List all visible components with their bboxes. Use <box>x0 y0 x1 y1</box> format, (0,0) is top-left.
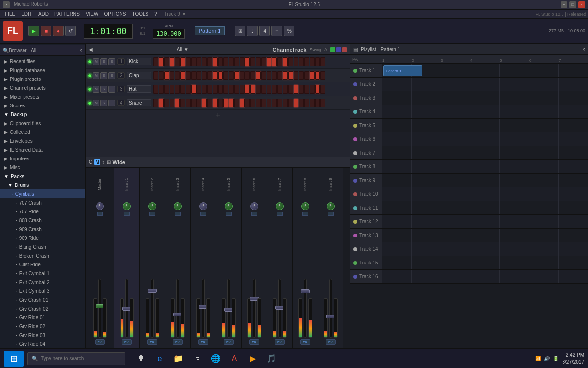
pad[interactable] <box>213 57 218 66</box>
add-channel-btn[interactable]: + <box>86 110 350 121</box>
track-grid-area[interactable] <box>382 174 588 187</box>
taskbar-pdf[interactable]: A <box>226 351 242 367</box>
pattern-block[interactable]: Pattern 1 <box>383 65 422 76</box>
pad[interactable] <box>320 71 325 80</box>
pad[interactable] <box>310 57 315 66</box>
pan-knob[interactable] <box>250 202 258 210</box>
pad[interactable] <box>223 57 228 66</box>
pad[interactable] <box>175 85 180 94</box>
count-in-btn[interactable]: 4 <box>259 26 270 36</box>
pad[interactable] <box>234 57 239 66</box>
menu-help[interactable]: ? <box>151 10 160 18</box>
mixer-fx-btn[interactable]: FX <box>122 339 132 345</box>
pad[interactable] <box>277 71 282 80</box>
sidebar-item-grv-ride-03[interactable]: ·Grv Ride 03 <box>0 331 85 340</box>
sidebar-item-cust-ride[interactable]: ·Cust Ride <box>0 260 85 269</box>
pad[interactable] <box>218 99 223 107</box>
pad[interactable] <box>153 85 158 94</box>
sidebar-item-grv-ride-01[interactable]: ·Grv Ride 01 <box>0 313 85 322</box>
pad[interactable] <box>267 99 271 107</box>
pad[interactable] <box>164 99 169 107</box>
fader-thumb[interactable] <box>148 289 157 293</box>
nav-left-icon[interactable]: ◀ <box>89 47 93 52</box>
pad[interactable] <box>175 57 180 66</box>
pad[interactable] <box>202 99 207 107</box>
pad[interactable] <box>207 85 212 94</box>
ch-solo-btn[interactable]: S <box>100 100 107 106</box>
menu-edit[interactable]: EDIT <box>18 10 35 18</box>
pad[interactable] <box>153 99 158 107</box>
sidebar-item-707-crash[interactable]: ·707 Crash <box>0 198 85 207</box>
metronome-btn[interactable]: ♩ <box>247 26 258 36</box>
mixer-track-insert-4[interactable]: Insert 4 FX <box>191 168 216 348</box>
sidebar-item-il-shared-data[interactable]: ▶IL Shared Data <box>0 145 85 154</box>
pad[interactable] <box>283 71 288 80</box>
send-btn[interactable] <box>302 212 308 216</box>
sidebar-item-grv-ride-02[interactable]: ·Grv Ride 02 <box>0 322 85 331</box>
pad[interactable] <box>234 99 239 107</box>
sidebar-item-channel-presets[interactable]: ▶Channel presets <box>0 83 85 92</box>
pad[interactable] <box>310 71 315 80</box>
pad[interactable] <box>320 85 325 94</box>
pad[interactable] <box>261 99 266 107</box>
sidebar-item-grv-crash-01[interactable]: ·Grv Crash 01 <box>0 295 85 304</box>
pad[interactable] <box>315 85 320 94</box>
send-btn[interactable] <box>149 212 155 216</box>
pad[interactable] <box>245 85 250 94</box>
mixer-fx-btn[interactable]: FX <box>147 339 157 345</box>
pad[interactable] <box>196 85 201 94</box>
mixer-track-insert-3[interactable]: Insert 3 FX <box>165 168 191 348</box>
pad[interactable] <box>180 71 185 80</box>
pad[interactable] <box>196 57 201 66</box>
taskbar-edge[interactable]: e <box>152 351 168 367</box>
pad[interactable] <box>207 71 212 80</box>
sidebar-item-plugin-presets[interactable]: ▶Plugin presets <box>0 75 85 83</box>
pad[interactable] <box>288 99 293 107</box>
sidebar-item-cymbals[interactable]: ·Cymbals <box>0 189 85 198</box>
ch-solo-btn[interactable]: S <box>100 58 107 65</box>
ch-env-btn[interactable]: E <box>108 100 115 106</box>
pan-knob[interactable] <box>301 202 309 210</box>
pad[interactable] <box>159 85 164 94</box>
pad[interactable] <box>218 71 223 80</box>
pad[interactable] <box>202 71 207 80</box>
pad[interactable] <box>191 99 196 107</box>
pad[interactable] <box>245 71 250 80</box>
pad[interactable] <box>272 99 277 107</box>
sidebar-item-707-ride[interactable]: ·707 Ride <box>0 207 85 216</box>
rack-btn-3[interactable] <box>342 47 347 52</box>
track-grid-area[interactable] <box>382 256 588 269</box>
mixer-track-insert-1[interactable]: Insert 1 FX <box>114 168 140 348</box>
pad[interactable] <box>256 71 261 80</box>
pad[interactable] <box>164 85 169 94</box>
sidebar-item-909-ride[interactable]: ·909 Ride <box>0 234 85 242</box>
mixer-fx-btn[interactable]: FX <box>95 339 105 345</box>
pad[interactable] <box>304 71 309 80</box>
minimize-btn[interactable]: − <box>561 1 567 8</box>
pad[interactable] <box>240 57 245 66</box>
sidebar-item-misc[interactable]: ▶Misc <box>0 163 85 172</box>
sidebar-item-plugin-database[interactable]: ▶Plugin database <box>0 66 85 75</box>
search-bar[interactable]: 🔍 Type here to search <box>27 352 125 365</box>
mixer-fx-btn[interactable]: FX <box>249 339 259 345</box>
pan-knob[interactable] <box>199 202 207 210</box>
playlist-close-icon[interactable]: × <box>582 47 585 52</box>
sidebar-item-impulses[interactable]: ▶Impulses <box>0 154 85 163</box>
pad[interactable] <box>180 85 185 94</box>
pad[interactable] <box>315 57 320 66</box>
pad[interactable] <box>304 99 309 107</box>
pad[interactable] <box>213 71 218 80</box>
send-btn[interactable] <box>124 212 130 216</box>
pad[interactable] <box>186 57 191 66</box>
pad[interactable] <box>272 85 277 94</box>
sidebar-item-exit-cymbal-2[interactable]: ·Exit Cymbal 2 <box>0 278 85 287</box>
taskbar-cortana[interactable]: 🎙 <box>133 351 149 367</box>
menu-view[interactable]: VIEW <box>83 10 101 18</box>
ch-mute-btn[interactable]: M <box>93 86 99 93</box>
pan-knob[interactable] <box>225 202 233 210</box>
close-btn[interactable]: × <box>578 1 585 8</box>
pad[interactable] <box>213 99 218 107</box>
sidebar-item-blang-crash[interactable]: ·Blang Crash <box>0 242 85 251</box>
pad[interactable] <box>256 57 261 66</box>
pattern-selector[interactable]: Pattern 1 <box>195 26 225 35</box>
